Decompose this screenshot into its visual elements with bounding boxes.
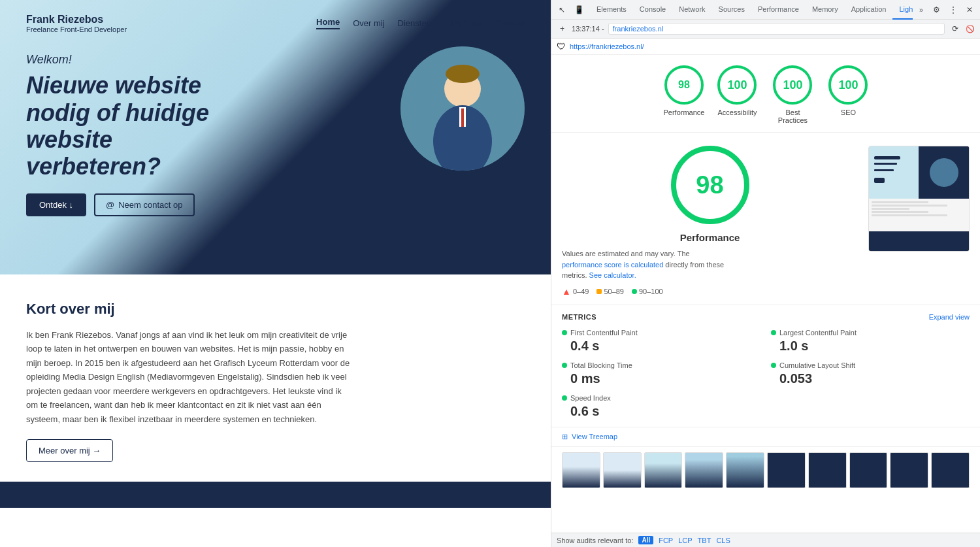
metric-tbt-header: Total Blocking Time xyxy=(562,361,760,369)
score-circle-best-practices: 100 xyxy=(773,65,812,105)
tab-lighthouse[interactable]: Lighthouse xyxy=(892,0,912,20)
expand-view-button[interactable]: Expand view xyxy=(929,313,970,321)
metric-lcp-name: Largest Contentful Paint xyxy=(779,329,857,337)
thumb-line-5 xyxy=(872,214,947,216)
meer-over-mij-button[interactable]: Meer over mij → xyxy=(26,439,113,462)
site-logo: Frank Riezebos Freelance Front-End Devel… xyxy=(26,13,127,33)
hero-title: Nieuwe websitenodig of huidigewebsitever… xyxy=(26,72,209,180)
tab-network[interactable]: Network xyxy=(672,0,711,20)
thumb-line-4 xyxy=(872,211,928,213)
nav-link-contact[interactable]: Contact xyxy=(495,18,525,28)
stop-icon: 🚫 xyxy=(966,25,975,33)
tab-console[interactable]: Console xyxy=(633,0,672,20)
metric-tbt-name: Total Blocking Time xyxy=(570,361,632,369)
metric-lcp: Largest Contentful Paint 1.0 s xyxy=(771,329,970,354)
legend-fail-icon: ▲ xyxy=(562,286,571,297)
new-tab-icon[interactable]: + xyxy=(557,22,568,35)
metric-tbt-value: 0 ms xyxy=(562,371,760,386)
tab-performance[interactable]: Performance xyxy=(751,0,806,20)
metric-cls-dot xyxy=(771,363,776,368)
metric-si-dot xyxy=(562,395,567,401)
nav-link-home[interactable]: Home xyxy=(316,17,340,29)
strip-thumb-8 xyxy=(849,452,888,488)
perf-score-link[interactable]: performance score is calculated xyxy=(562,261,663,269)
website-panel: Frank Riezebos Freelance Front-End Devel… xyxy=(0,0,551,547)
legend-pass: 90–100 xyxy=(632,286,663,297)
thumb-hero-svg xyxy=(869,146,969,199)
score-best-practices: 100 Best Practices xyxy=(770,65,815,124)
metric-si: Speed Index 0.6 s xyxy=(562,394,760,419)
tab-memory[interactable]: Memory xyxy=(806,0,845,20)
more-options-icon[interactable]: ⋮ xyxy=(946,3,960,16)
metrics-title: METRICS xyxy=(562,313,596,321)
metric-cls: Cumulative Layout Shift 0.053 xyxy=(771,361,970,386)
lighthouse-main[interactable]: 98 Performance Values are estimated and … xyxy=(551,133,980,533)
strip-thumb-4 xyxy=(685,452,723,488)
audit-badge-all[interactable]: All xyxy=(638,536,653,544)
tab-elements[interactable]: Elements xyxy=(590,0,633,20)
see-calculator-link[interactable]: See calculator. xyxy=(589,271,636,279)
site-logo-name: Frank Riezebos xyxy=(26,13,127,25)
audit-tag-tbt[interactable]: TBT xyxy=(698,537,711,544)
view-treemap-button[interactable]: ⊞ View Treemap xyxy=(562,433,617,441)
lighthouse-url: https://frankriezebos.nl/ xyxy=(570,42,644,50)
score-performance: 98 Performance xyxy=(664,65,705,116)
close-devtools-icon[interactable]: ✕ xyxy=(963,3,976,16)
contact-button[interactable]: @ Neem contact op xyxy=(94,193,194,216)
strip-thumb-1 xyxy=(562,452,600,488)
devtools-device-icon[interactable]: 📱 xyxy=(571,3,587,16)
audit-tag-fcp[interactable]: FCP xyxy=(659,537,673,544)
performance-big-label: Performance xyxy=(562,232,858,243)
tab-application[interactable]: Application xyxy=(845,0,893,20)
treemap-section: ⊞ View Treemap xyxy=(551,427,980,447)
svg-rect-4 xyxy=(461,108,464,127)
lighthouse-scores-row: 98 Performance 100 Accessibility 100 Bes… xyxy=(551,55,980,133)
audit-tag-lcp[interactable]: LCP xyxy=(678,537,692,544)
devtools-cursor-icon[interactable]: ↖ xyxy=(555,3,568,16)
score-label-seo: SEO xyxy=(841,108,856,116)
metric-fcp-name: First Contentful Paint xyxy=(570,329,638,337)
metric-si-name: Speed Index xyxy=(570,394,611,402)
score-accessibility: 100 Accessibility xyxy=(717,65,757,116)
svg-rect-9 xyxy=(874,156,900,159)
shield-icon: 🛡 xyxy=(557,41,566,52)
score-circle-accessibility: 100 xyxy=(717,65,757,105)
devtools-panel: ↖ 📱 Elements Console Network Sources Per… xyxy=(551,0,980,547)
reload-icon[interactable]: ⟳ xyxy=(949,22,962,35)
score-label-performance: Performance xyxy=(664,108,705,116)
url-input[interactable] xyxy=(608,23,945,35)
score-circle-performance: 98 xyxy=(664,65,704,105)
performance-legend: ▲ 0–49 50–89 90–100 xyxy=(562,286,858,297)
legend-fail: ▲ 0–49 xyxy=(562,286,589,297)
site-footer-bar xyxy=(0,482,551,508)
treemap-grid-icon: ⊞ xyxy=(562,433,568,441)
devtools-tabs: Elements Console Network Sources Perform… xyxy=(590,0,913,20)
metric-cls-value: 0.053 xyxy=(771,371,970,386)
metric-tbt-dot xyxy=(562,363,567,368)
score-circle-seo: 100 xyxy=(828,65,868,105)
nav-link-diensten[interactable]: Diensten ▾ xyxy=(398,18,438,28)
thumb-line-2 xyxy=(872,205,947,207)
score-seo: 100 SEO xyxy=(828,65,868,116)
strip-thumb-6 xyxy=(767,452,806,488)
performance-section: 98 Performance Values are estimated and … xyxy=(551,133,980,305)
thumb-bottom xyxy=(869,231,969,251)
nav-link-portfolio[interactable]: Portfolio xyxy=(451,18,482,28)
thumb-line-1 xyxy=(872,201,928,203)
performance-big-circle: 98 xyxy=(671,146,749,224)
treemap-label: View Treemap xyxy=(572,433,617,440)
strip-inner xyxy=(562,452,970,488)
more-tabs-icon[interactable]: » xyxy=(915,6,927,14)
svg-rect-6 xyxy=(869,146,919,199)
tab-sources[interactable]: Sources xyxy=(712,0,751,20)
audit-tag-cls[interactable]: CLS xyxy=(716,537,730,544)
ontdek-button[interactable]: Ontdek ↓ xyxy=(26,193,86,216)
settings-icon[interactable]: ⚙ xyxy=(930,3,943,16)
strip-thumb-7 xyxy=(808,452,847,488)
metrics-grid: First Contentful Paint 0.4 s Largest Con… xyxy=(562,329,970,419)
nav-link-over[interactable]: Over mij xyxy=(353,18,384,28)
devtools-bottom-bar: Show audits relevant to: All FCP LCP TBT… xyxy=(551,533,980,547)
performance-thumbnail xyxy=(868,146,970,297)
legend-average-icon xyxy=(596,289,602,294)
svg-rect-10 xyxy=(874,163,897,165)
